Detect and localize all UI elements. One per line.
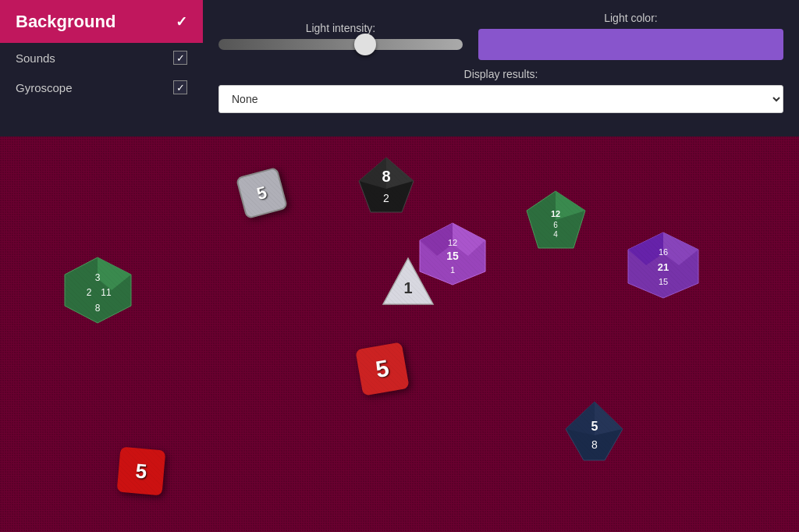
svg-text:5: 5: [591, 420, 598, 433]
svg-text:21: 21: [658, 261, 669, 273]
background-button[interactable]: Background ✓: [0, 0, 203, 43]
die-red-d6b-value: 5: [134, 459, 147, 484]
svg-text:8: 8: [382, 168, 390, 185]
display-results-group: Display results: None Sum Individual Bot…: [218, 68, 783, 113]
chevron-down-icon: ✓: [176, 13, 187, 30]
svg-text:1: 1: [450, 265, 455, 275]
intensity-slider-thumb[interactable]: [354, 34, 376, 55]
svg-text:8: 8: [591, 438, 598, 451]
sounds-label: Sounds: [16, 51, 55, 65]
svg-text:12: 12: [551, 209, 560, 218]
gyroscope-label: Gyroscope: [16, 81, 73, 94]
die-gray-d6[interactable]: 5: [236, 167, 288, 219]
background-label: Background: [16, 12, 115, 32]
display-results-label: Display results:: [464, 68, 538, 80]
sounds-checkbox[interactable]: [173, 51, 187, 65]
svg-text:6: 6: [553, 221, 558, 229]
right-panel: Light intensity: Light color: Display re…: [203, 0, 799, 125]
die-red-d6[interactable]: 5: [355, 342, 410, 396]
svg-text:15: 15: [659, 277, 668, 286]
die-red-d6-value: 5: [374, 355, 391, 383]
die-gray-d6-value: 5: [254, 182, 269, 204]
die-red-d6b[interactable]: 5: [117, 447, 166, 496]
gyroscope-row: Gyroscope: [0, 73, 203, 102]
svg-text:12: 12: [448, 238, 457, 247]
svg-text:15: 15: [446, 250, 459, 262]
svg-text:3: 3: [95, 272, 101, 283]
dice-area[interactable]: 5 8 2 12 6 4 12 15 1 1 3 2 11 8: [0, 137, 799, 532]
light-color-label: Light color:: [478, 12, 783, 24]
display-results-select[interactable]: None Sum Individual Both: [218, 85, 783, 113]
die-green-d10[interactable]: 12 6 4: [523, 187, 589, 254]
svg-text:1: 1: [403, 279, 412, 296]
intensity-slider-track[interactable]: [218, 39, 463, 50]
die-green-d12[interactable]: 3 2 11 8: [61, 255, 135, 325]
top-bar: Background ✓ Sounds Gyroscope Light inte…: [0, 0, 799, 137]
svg-text:4: 4: [553, 230, 558, 239]
die-navy-d8[interactable]: 5 8: [562, 398, 628, 464]
light-intensity-label: Light intensity:: [218, 22, 463, 34]
light-intensity-group: Light intensity:: [218, 22, 463, 50]
sounds-row: Sounds: [0, 43, 203, 73]
svg-text:2: 2: [383, 192, 389, 204]
gyroscope-checkbox[interactable]: [173, 80, 187, 94]
die-white-d4[interactable]: 1: [381, 256, 435, 307]
svg-text:2: 2: [87, 287, 92, 298]
controls-row1: Light intensity: Light color:: [218, 12, 783, 60]
light-color-group: Light color:: [478, 12, 783, 60]
svg-text:16: 16: [659, 247, 668, 257]
die-black-d8[interactable]: 8 2: [355, 154, 417, 216]
svg-text:11: 11: [101, 287, 112, 298]
die-purple-d20b[interactable]: 16 21 15: [624, 230, 702, 300]
light-color-swatch[interactable]: [478, 29, 783, 60]
svg-text:8: 8: [95, 303, 101, 314]
left-panel: Background ✓ Sounds Gyroscope: [0, 0, 203, 137]
